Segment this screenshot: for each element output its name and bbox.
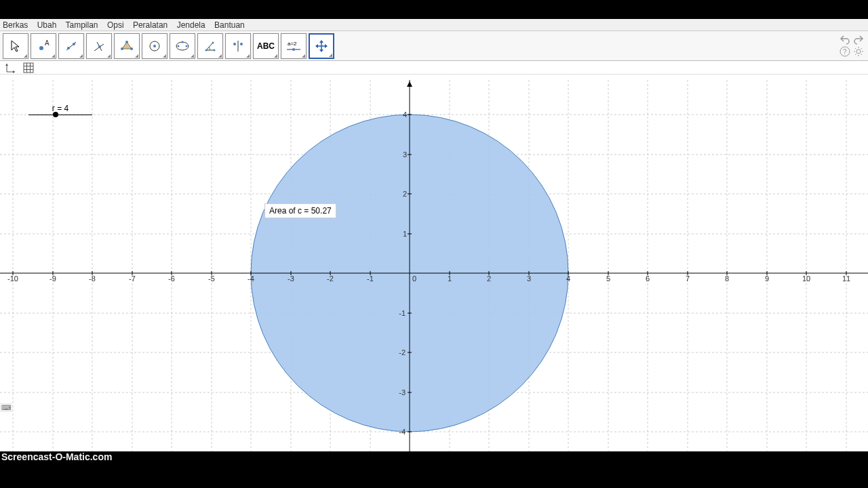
svg-text:-3: -3	[288, 274, 294, 283]
svg-point-0	[39, 46, 43, 50]
svg-text:-1: -1	[399, 309, 406, 317]
svg-text:-5: -5	[208, 274, 215, 283]
svg-text:11: 11	[842, 274, 850, 283]
svg-point-3	[67, 47, 70, 49]
svg-marker-76	[407, 81, 412, 87]
keyboard-indicator: ⌨	[0, 403, 12, 412]
tool-translate-view[interactable]	[309, 33, 334, 59]
tool-circle[interactable]	[142, 33, 167, 59]
tool-move[interactable]	[3, 33, 28, 59]
svg-text:3: 3	[403, 150, 407, 159]
svg-point-23	[240, 43, 243, 45]
angle-icon	[203, 39, 217, 53]
redo-icon[interactable]	[853, 34, 864, 45]
sub-toolbar	[0, 61, 868, 75]
svg-rect-40	[24, 63, 33, 73]
text-abc-icon: ABC	[257, 41, 275, 51]
polygon-icon	[120, 39, 134, 53]
svg-text:-7: -7	[129, 274, 136, 283]
svg-point-10	[130, 47, 133, 50]
svg-point-13	[153, 45, 156, 47]
menu-bantuan[interactable]: Bantuan	[214, 20, 245, 30]
svg-text:0: 0	[412, 274, 416, 283]
svg-text:6: 6	[646, 274, 650, 283]
svg-point-26	[292, 48, 295, 51]
coordinate-plane: -10 -9 -8 -7 -6 -5 -4 -3 -2 -1 0 1 2 3 4…	[0, 80, 868, 451]
line-icon	[64, 39, 78, 53]
svg-marker-31	[315, 44, 318, 48]
tool-angle[interactable]	[197, 33, 223, 59]
watermark-text: Screencast-O-Matic.com	[1, 451, 112, 462]
point-icon: A	[37, 39, 50, 53]
menu-bar: Berkas Ubah Tampilan Opsi Peralatan Jend…	[0, 19, 868, 31]
svg-text:-4: -4	[399, 428, 406, 436]
cursor-icon	[9, 39, 22, 53]
area-text-label[interactable]: Area of c = 50.27	[264, 203, 336, 218]
toolbar-right-icons: ?	[840, 34, 864, 57]
menu-tampilan[interactable]: Tampilan	[66, 20, 98, 30]
slider-r[interactable]: r = 4	[28, 104, 92, 115]
svg-marker-38	[13, 70, 15, 73]
svg-point-4	[73, 43, 75, 45]
svg-text:-6: -6	[168, 274, 175, 283]
svg-point-15	[178, 45, 180, 47]
tool-slider[interactable]: a=2	[281, 33, 307, 59]
slider-thumb[interactable]	[53, 112, 58, 117]
svg-marker-29	[319, 40, 323, 43]
menu-opsi[interactable]: Opsi	[107, 20, 124, 30]
tool-polygon[interactable]	[114, 33, 140, 59]
menu-berkas[interactable]: Berkas	[3, 20, 28, 30]
graphics-view[interactable]: -10 -9 -8 -7 -6 -5 -4 -3 -2 -1 0 1 2 3 4…	[0, 80, 868, 451]
menu-ubah[interactable]: Ubah	[37, 20, 57, 30]
tool-line[interactable]	[58, 33, 84, 59]
svg-text:5: 5	[606, 274, 610, 283]
tool-ellipse[interactable]	[170, 33, 195, 59]
svg-point-18	[205, 49, 208, 51]
circle-icon	[148, 39, 161, 53]
slider-icon: a=2	[285, 39, 302, 53]
svg-text:1: 1	[403, 230, 407, 238]
move-arrows-icon	[315, 39, 328, 53]
perpendicular-icon	[92, 39, 106, 53]
reflect-icon	[231, 39, 245, 53]
svg-text:4: 4	[403, 110, 407, 119]
menu-jendela[interactable]: Jendela	[177, 20, 205, 30]
settings-icon[interactable]	[853, 46, 864, 57]
video-black-bar-bottom	[0, 451, 868, 488]
ellipse-icon	[175, 39, 190, 53]
undo-icon[interactable]	[840, 34, 850, 45]
slider-label: r = 4	[28, 104, 92, 113]
svg-point-9	[125, 41, 128, 43]
svg-text:-9: -9	[50, 274, 56, 283]
toolbar: A ABC a=2	[0, 31, 868, 61]
tool-reflect[interactable]	[225, 33, 251, 59]
svg-marker-32	[325, 44, 328, 48]
tool-perpendicular[interactable]	[86, 33, 112, 59]
svg-text:4: 4	[566, 274, 570, 283]
svg-text:9: 9	[765, 274, 769, 283]
svg-point-17	[182, 41, 184, 43]
svg-point-19	[214, 49, 216, 51]
svg-text:3: 3	[527, 274, 531, 283]
svg-text:8: 8	[725, 274, 729, 283]
tool-text[interactable]: ABC	[253, 33, 279, 59]
svg-text:a=2: a=2	[288, 41, 297, 47]
svg-text:-3: -3	[399, 388, 406, 396]
help-icon[interactable]: ?	[840, 46, 850, 57]
video-black-bar-top	[0, 0, 868, 19]
svg-text:-2: -2	[327, 274, 334, 283]
svg-point-22	[233, 43, 236, 45]
grid-icon[interactable]	[23, 62, 34, 73]
axes-icon[interactable]	[5, 62, 16, 73]
svg-text:A: A	[45, 39, 50, 47]
menu-peralatan[interactable]: Peralatan	[133, 20, 167, 30]
slider-track[interactable]	[28, 115, 92, 115]
svg-point-35	[856, 49, 861, 54]
svg-text:-10: -10	[7, 274, 18, 283]
svg-point-7	[98, 45, 101, 48]
tool-point[interactable]: A	[31, 33, 56, 59]
svg-text:-1: -1	[367, 274, 374, 283]
svg-text:-8: -8	[89, 274, 96, 283]
svg-text:-2: -2	[399, 348, 406, 357]
svg-marker-39	[5, 64, 8, 66]
